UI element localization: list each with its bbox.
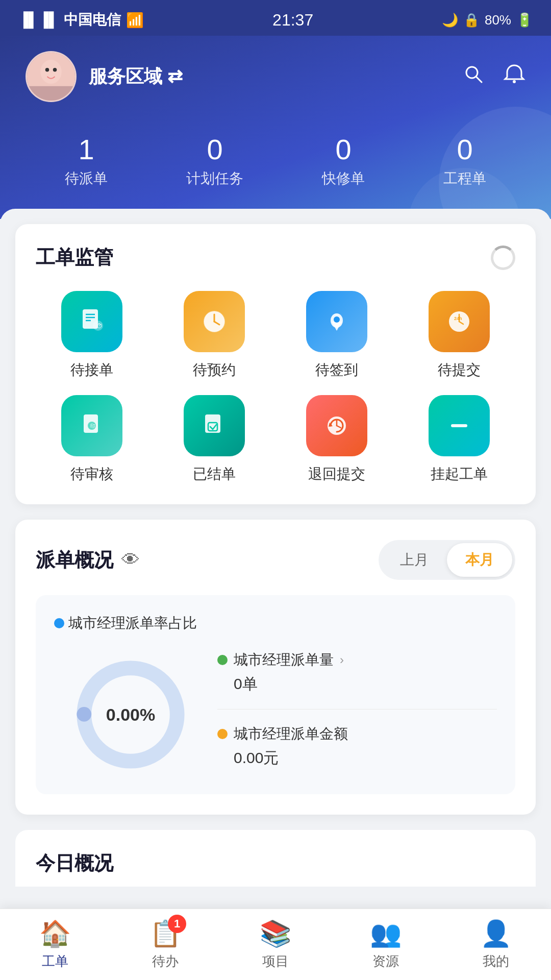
signal-icon: ▐▌▐▌: [18, 12, 59, 28]
avatar[interactable]: [26, 51, 77, 102]
work-icon-4: 印: [61, 395, 122, 456]
svg-rect-34: [451, 424, 467, 427]
dispatch-stat-1: 城市经理派单金额 0.00元: [217, 724, 497, 769]
stat-item-1[interactable]: 0 计划任务: [186, 133, 243, 188]
nav-label-1: 待办: [152, 952, 179, 970]
partial-title: 今日概况: [36, 852, 113, 874]
nav-item-工单[interactable]: 🏠 工单: [39, 919, 71, 970]
work-icon-7: [429, 395, 490, 456]
work-label-1: 待预约: [193, 360, 236, 380]
work-label-4: 待审核: [70, 464, 113, 484]
nav-label-4: 我的: [483, 952, 509, 970]
work-icon-2: [306, 291, 367, 352]
legend-dot-blue: [54, 618, 64, 628]
nav-item-我的[interactable]: 👤 我的: [480, 919, 512, 970]
status-right: 🌙 🔒 80% 🔋: [442, 12, 533, 28]
stats-panel: 城市经理派单率占比 0.00% 城市经理派单量: [36, 595, 515, 794]
nav-item-资源[interactable]: 👥 资源: [370, 919, 402, 970]
nav-item-项目[interactable]: 📚 项目: [260, 919, 291, 970]
switch-icon: ⇄: [167, 66, 183, 87]
battery-icon: 🔋: [516, 12, 533, 28]
nav-icon-0: 🏠: [39, 919, 71, 948]
work-item-待接单[interactable]: ⏱ 待接单: [36, 291, 148, 380]
nav-label-3: 资源: [372, 952, 399, 970]
stat-item-2[interactable]: 0 快修单: [322, 133, 365, 188]
work-label-2: 待签到: [315, 360, 358, 380]
service-area-label[interactable]: 服务区域 ⇄: [89, 64, 183, 89]
stat-dot-1: [217, 729, 228, 739]
chevron-icon-0[interactable]: ›: [340, 653, 344, 667]
nav-item-待办[interactable]: 📋 1 待办: [149, 919, 181, 970]
nav-icon-2: 📚: [260, 919, 291, 948]
work-label-5: 已结单: [193, 464, 236, 484]
moon-icon: 🌙: [442, 12, 458, 28]
stat-dot-0: [217, 655, 228, 665]
work-order-title: 工单监管: [36, 244, 113, 271]
search-button[interactable]: [462, 63, 485, 90]
work-icon-5: [184, 395, 245, 456]
stat-item-3[interactable]: 0 工程单: [443, 133, 486, 188]
battery-text: 80%: [485, 12, 511, 28]
work-label-6: 退回提交: [308, 464, 365, 484]
tab-this-month[interactable]: 本月: [447, 543, 512, 577]
donut-value: 0.00%: [106, 705, 155, 725]
work-icon-3: 24h: [429, 291, 490, 352]
svg-point-1: [40, 60, 61, 84]
work-label-7: 挂起工单: [431, 464, 488, 484]
work-item-待审核[interactable]: 印 待审核: [36, 395, 148, 484]
stat-label-1: 城市经理派单金额: [234, 724, 348, 744]
work-label-3: 待提交: [438, 360, 481, 380]
work-item-待签到[interactable]: 待签到: [281, 291, 393, 380]
stat-label-0: 城市经理派单量: [234, 650, 334, 670]
work-item-待提交[interactable]: 24h 待提交: [403, 291, 515, 380]
partial-section: 今日概况: [15, 830, 536, 887]
svg-point-7: [513, 80, 516, 83]
tab-last-month[interactable]: 上月: [382, 543, 447, 577]
donut-container: 0.00%: [69, 653, 192, 776]
month-tabs: 上月 本月: [379, 540, 515, 580]
work-item-待预约[interactable]: 待预约: [158, 291, 270, 380]
svg-text:⏱: ⏱: [96, 323, 103, 330]
lock-icon: 🔒: [463, 12, 480, 28]
status-time: 21:37: [272, 11, 313, 30]
nav-icon-4: 👤: [480, 919, 512, 948]
nav-label-2: 项目: [262, 952, 289, 970]
nav-badge-1: 1: [168, 915, 186, 933]
stat-value-1: 0.00元: [217, 748, 497, 769]
work-icon-6: [306, 395, 367, 456]
status-carrier: ▐▌▐▌ 中国电信 📶: [18, 10, 144, 30]
stat-item-0[interactable]: 1 待派单: [65, 133, 108, 188]
donut-chart-area: 0.00%: [54, 643, 207, 776]
wifi-icon: 📶: [126, 12, 144, 29]
loading-spinner: [491, 246, 515, 270]
bottom-nav: 🏠 工单 📋 1 待办 📚 项目 👥 资源 👤: [0, 909, 551, 980]
work-item-已结单[interactable]: 已结单: [158, 395, 270, 484]
svg-point-2: [45, 68, 49, 72]
notification-button[interactable]: [503, 63, 525, 90]
eye-icon[interactable]: 👁: [121, 549, 140, 571]
legend-label-ratio: 城市经理派单率占比: [68, 614, 197, 633]
svg-text:24h: 24h: [454, 316, 462, 321]
main-content: 工单监管 ⏱ 待接单 待预约 待签到 24h 待提交 印: [0, 209, 551, 963]
nav-icon-3: 👥: [370, 919, 402, 948]
header: 服务区域 ⇄ 1 待派单 0 计划任务: [0, 36, 551, 219]
work-item-挂起工单[interactable]: 挂起工单: [403, 395, 515, 484]
stats-right: 城市经理派单量 › 0单 城市经理派单金额 0.00元: [217, 643, 497, 776]
svg-point-20: [334, 316, 340, 323]
svg-point-3: [53, 68, 57, 72]
status-bar: ▐▌▐▌ 中国电信 📶 21:37 🌙 🔒 80% 🔋: [0, 0, 551, 36]
stats-row: 1 待派单 0 计划任务 0 快修单 0 工程单: [26, 128, 525, 188]
dispatch-title: 派单概况: [36, 547, 113, 573]
work-item-退回提交[interactable]: 退回提交: [281, 395, 393, 484]
nav-label-0: 工单: [42, 952, 68, 970]
work-icon-0: ⏱: [61, 291, 122, 352]
dispatch-stat-0: 城市经理派单量 › 0单: [217, 650, 497, 720]
svg-rect-4: [27, 86, 75, 101]
work-order-grid: ⏱ 待接单 待预约 待签到 24h 待提交 印 待审核: [36, 291, 515, 484]
work-order-card: 工单监管 ⏱ 待接单 待预约 待签到 24h 待提交 印: [15, 224, 536, 504]
svg-line-6: [476, 77, 482, 82]
work-icon-1: [184, 291, 245, 352]
work-label-0: 待接单: [70, 360, 113, 380]
dispatch-card: 派单概况 👁 上月 本月 城市经理派单率占比: [15, 520, 536, 815]
svg-text:印: 印: [90, 423, 95, 429]
